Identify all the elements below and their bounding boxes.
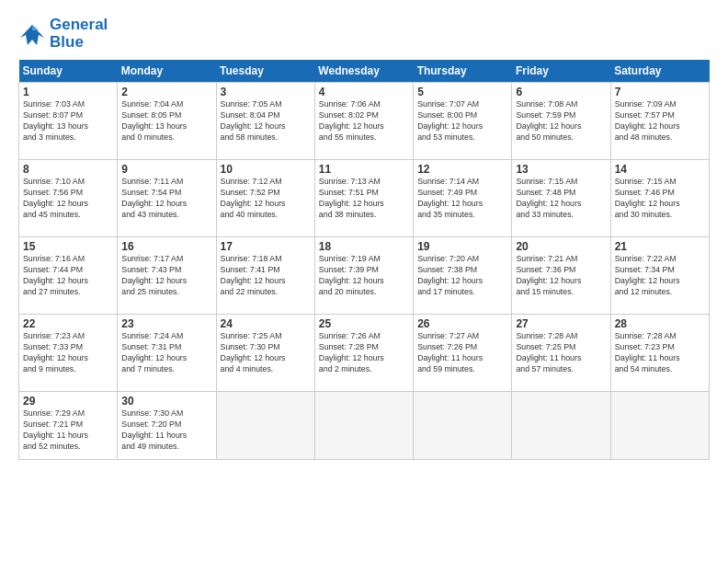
calendar-cell: 13Sunrise: 7:15 AM Sunset: 7:48 PM Dayli… (512, 160, 610, 237)
calendar-cell: 20Sunrise: 7:21 AM Sunset: 7:36 PM Dayli… (512, 237, 610, 315)
calendar-cell: 25Sunrise: 7:26 AM Sunset: 7:28 PM Dayli… (314, 315, 413, 392)
cell-day-number: 1 (23, 86, 113, 98)
calendar-cell (216, 392, 314, 460)
cell-day-number: 5 (417, 86, 507, 98)
cell-info: Sunrise: 7:10 AM Sunset: 7:56 PM Dayligh… (23, 177, 113, 221)
header: General Blue (18, 17, 710, 51)
cell-info: Sunrise: 7:18 AM Sunset: 7:41 PM Dayligh… (221, 254, 311, 298)
calendar-cell: 19Sunrise: 7:20 AM Sunset: 7:38 PM Dayli… (414, 237, 512, 315)
logo: General Blue (18, 17, 108, 51)
cell-info: Sunrise: 7:22 AM Sunset: 7:34 PM Dayligh… (615, 254, 705, 298)
calendar-cell: 7Sunrise: 7:09 AM Sunset: 7:57 PM Daylig… (610, 83, 709, 160)
calendar-cell: 28Sunrise: 7:28 AM Sunset: 7:23 PM Dayli… (610, 315, 709, 392)
cell-day-number: 7 (615, 86, 705, 98)
cell-info: Sunrise: 7:15 AM Sunset: 7:48 PM Dayligh… (516, 177, 606, 221)
cell-info: Sunrise: 7:09 AM Sunset: 7:57 PM Dayligh… (615, 99, 705, 144)
cell-day-number: 29 (23, 395, 113, 408)
calendar-cell: 22Sunrise: 7:23 AM Sunset: 7:33 PM Dayli… (19, 315, 118, 392)
cell-day-number: 18 (319, 240, 409, 253)
day-header-wednesday: Wednesday (314, 60, 413, 83)
cell-day-number: 19 (417, 240, 507, 253)
cell-day-number: 15 (23, 240, 113, 253)
calendar-table: SundayMondayTuesdayWednesdayThursdayFrid… (18, 60, 710, 460)
cell-day-number: 30 (121, 395, 211, 408)
logo-text: General (50, 17, 108, 34)
cell-info: Sunrise: 7:08 AM Sunset: 7:59 PM Dayligh… (516, 99, 606, 144)
cell-info: Sunrise: 7:14 AM Sunset: 7:49 PM Dayligh… (417, 177, 507, 221)
cell-info: Sunrise: 7:27 AM Sunset: 7:26 PM Dayligh… (417, 331, 507, 375)
cell-info: Sunrise: 7:03 AM Sunset: 8:07 PM Dayligh… (23, 99, 113, 144)
cell-day-number: 10 (221, 163, 311, 176)
calendar-cell (314, 392, 413, 460)
svg-marker-1 (32, 25, 39, 30)
cell-info: Sunrise: 7:05 AM Sunset: 8:04 PM Dayligh… (221, 99, 311, 144)
cell-day-number: 14 (615, 163, 705, 176)
calendar-cell: 2Sunrise: 7:04 AM Sunset: 8:05 PM Daylig… (118, 83, 216, 160)
cell-info: Sunrise: 7:15 AM Sunset: 7:46 PM Dayligh… (615, 177, 705, 221)
calendar-cell: 27Sunrise: 7:28 AM Sunset: 7:25 PM Dayli… (512, 315, 610, 392)
calendar-cell (512, 392, 610, 460)
cell-day-number: 26 (417, 317, 507, 330)
cell-info: Sunrise: 7:12 AM Sunset: 7:52 PM Dayligh… (221, 177, 311, 221)
cell-day-number: 13 (516, 163, 606, 176)
calendar-cell: 3Sunrise: 7:05 AM Sunset: 8:04 PM Daylig… (216, 83, 314, 160)
day-header-sunday: Sunday (19, 60, 118, 83)
cell-day-number: 20 (516, 240, 606, 253)
cell-day-number: 9 (121, 163, 211, 176)
calendar-cell: 16Sunrise: 7:17 AM Sunset: 7:43 PM Dayli… (118, 237, 216, 315)
cell-info: Sunrise: 7:16 AM Sunset: 7:44 PM Dayligh… (23, 254, 113, 298)
cell-day-number: 3 (221, 86, 311, 98)
cell-day-number: 24 (221, 317, 311, 330)
day-header-tuesday: Tuesday (216, 60, 314, 83)
calendar-cell (414, 392, 512, 460)
cell-info: Sunrise: 7:04 AM Sunset: 8:05 PM Dayligh… (121, 99, 211, 144)
calendar-cell: 1Sunrise: 7:03 AM Sunset: 8:07 PM Daylig… (19, 83, 118, 160)
cell-day-number: 25 (319, 317, 409, 330)
cell-info: Sunrise: 7:30 AM Sunset: 7:20 PM Dayligh… (121, 408, 211, 453)
cell-info: Sunrise: 7:25 AM Sunset: 7:30 PM Dayligh… (221, 331, 311, 375)
calendar-cell: 23Sunrise: 7:24 AM Sunset: 7:31 PM Dayli… (118, 315, 216, 392)
calendar-cell: 24Sunrise: 7:25 AM Sunset: 7:30 PM Dayli… (216, 315, 314, 392)
calendar-cell (610, 392, 709, 460)
day-header-saturday: Saturday (610, 60, 709, 83)
calendar-cell: 18Sunrise: 7:19 AM Sunset: 7:39 PM Dayli… (314, 237, 413, 315)
cell-info: Sunrise: 7:28 AM Sunset: 7:25 PM Dayligh… (516, 331, 606, 375)
cell-day-number: 16 (121, 240, 211, 253)
calendar-cell: 8Sunrise: 7:10 AM Sunset: 7:56 PM Daylig… (19, 160, 118, 237)
cell-info: Sunrise: 7:20 AM Sunset: 7:38 PM Dayligh… (417, 254, 507, 298)
cell-day-number: 28 (615, 317, 705, 330)
calendar-cell: 11Sunrise: 7:13 AM Sunset: 7:51 PM Dayli… (314, 160, 413, 237)
calendar-cell: 14Sunrise: 7:15 AM Sunset: 7:46 PM Dayli… (610, 160, 709, 237)
cell-info: Sunrise: 7:07 AM Sunset: 8:00 PM Dayligh… (417, 99, 507, 144)
logo-subtext: Blue (50, 34, 108, 52)
cell-info: Sunrise: 7:26 AM Sunset: 7:28 PM Dayligh… (319, 331, 409, 375)
cell-info: Sunrise: 7:13 AM Sunset: 7:51 PM Dayligh… (319, 177, 409, 221)
calendar-cell: 9Sunrise: 7:11 AM Sunset: 7:54 PM Daylig… (118, 160, 216, 237)
cell-day-number: 6 (516, 86, 606, 98)
cell-info: Sunrise: 7:17 AM Sunset: 7:43 PM Dayligh… (121, 254, 211, 298)
cell-day-number: 8 (23, 163, 113, 176)
day-header-friday: Friday (512, 60, 610, 83)
cell-info: Sunrise: 7:29 AM Sunset: 7:21 PM Dayligh… (23, 408, 113, 453)
cell-info: Sunrise: 7:06 AM Sunset: 8:02 PM Dayligh… (319, 99, 409, 144)
cell-day-number: 11 (319, 163, 409, 176)
calendar-cell: 30Sunrise: 7:30 AM Sunset: 7:20 PM Dayli… (118, 392, 216, 460)
cell-info: Sunrise: 7:23 AM Sunset: 7:33 PM Dayligh… (23, 331, 113, 375)
cell-info: Sunrise: 7:21 AM Sunset: 7:36 PM Dayligh… (516, 254, 606, 298)
cell-info: Sunrise: 7:28 AM Sunset: 7:23 PM Dayligh… (615, 331, 705, 375)
calendar-cell: 5Sunrise: 7:07 AM Sunset: 8:00 PM Daylig… (414, 83, 512, 160)
cell-day-number: 4 (319, 86, 409, 98)
cell-day-number: 23 (121, 317, 211, 330)
cell-day-number: 17 (221, 240, 311, 253)
cell-day-number: 27 (516, 317, 606, 330)
calendar-cell: 15Sunrise: 7:16 AM Sunset: 7:44 PM Dayli… (19, 237, 118, 315)
calendar-cell: 4Sunrise: 7:06 AM Sunset: 8:02 PM Daylig… (314, 83, 413, 160)
calendar-cell: 29Sunrise: 7:29 AM Sunset: 7:21 PM Dayli… (19, 392, 118, 460)
calendar-cell: 21Sunrise: 7:22 AM Sunset: 7:34 PM Dayli… (610, 237, 709, 315)
cell-info: Sunrise: 7:19 AM Sunset: 7:39 PM Dayligh… (319, 254, 409, 298)
calendar-cell: 6Sunrise: 7:08 AM Sunset: 7:59 PM Daylig… (512, 83, 610, 160)
day-header-monday: Monday (118, 60, 216, 83)
calendar-cell: 26Sunrise: 7:27 AM Sunset: 7:26 PM Dayli… (414, 315, 512, 392)
logo-icon (18, 21, 46, 47)
day-header-thursday: Thursday (414, 60, 512, 83)
